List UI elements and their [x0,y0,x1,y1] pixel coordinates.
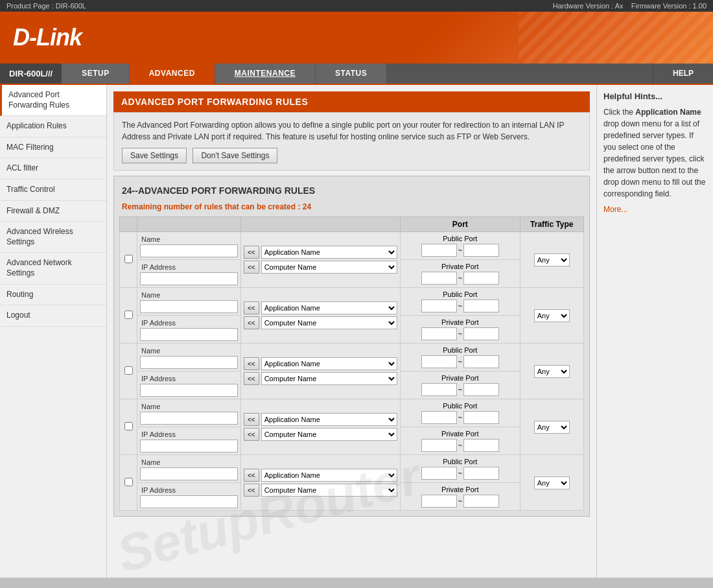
rule-0-public-port-end[interactable] [463,244,499,257]
tab-setup[interactable]: SETUP [62,64,130,84]
rule-2-private-port-end[interactable] [463,383,499,396]
rule-2-name-cell: Name [137,344,241,371]
sidebar-item-mac-filtering[interactable]: MAC Filtering [0,137,106,159]
tab-advanced[interactable]: ADVANCED [130,64,215,84]
ip-label: IP Address [140,373,238,384]
tab-help[interactable]: HELP [653,64,713,84]
help-title: Helpful Hints... [603,91,707,101]
rule-3-app-arrow[interactable]: << [244,413,259,426]
rule-2-computer-arrow[interactable]: << [244,372,259,385]
dlink-logo: D-Link [13,24,82,51]
rule-1-computer-select[interactable]: Computer Name [261,316,397,329]
rule-3-app-select[interactable]: Application Name [261,413,397,426]
rule-2-name-input[interactable] [140,356,238,369]
sidebar-item-acl-filter[interactable]: ACL filter [0,158,106,180]
rule-1-app-select[interactable]: Application Name [261,301,397,314]
rule-0-traffic-cell: Any [520,232,583,288]
rule-1-public-port-start[interactable] [421,300,457,312]
rule-3-checkbox[interactable] [124,422,133,430]
rule-2-private-port-start[interactable] [421,383,457,396]
tab-status[interactable]: STATUS [316,64,387,84]
rule-0-private-port-start[interactable] [421,272,457,285]
rule-0-traffic-select[interactable]: Any [534,253,570,266]
sidebar-item-traffic-control[interactable]: Traffic Control [0,180,106,201]
rule-4-private-port-cell: Private Port ~ [401,483,520,511]
rule-0-name-input[interactable] [140,244,238,257]
rule-0-computer-select[interactable]: Computer Name [261,261,397,274]
sidebar-item-application-rules[interactable]: Application Rules [0,116,106,137]
sidebar-item-advanced-wireless[interactable]: Advanced Wireless Settings [0,222,106,253]
sidebar: Advanced Port Forwarding Rules Applicati… [0,85,107,578]
rule-0-public-port-start[interactable] [421,244,457,257]
ip-label: IP Address [140,429,238,440]
sidebar-item-port-forwarding[interactable]: Advanced Port Forwarding Rules [0,85,106,116]
rule-3-private-port-end[interactable] [463,439,499,452]
rule-1-private-port-end[interactable] [463,327,499,340]
rule-4-ip-input[interactable] [140,495,238,508]
rule-4-app-select[interactable]: Application Name [261,469,397,482]
rule-0-app-cell: << Application Name << Computer Name [240,232,400,288]
rule-0-private-port-end[interactable] [463,272,499,285]
rule-4-traffic-select[interactable]: Any [534,476,570,489]
rule-2-app-arrow[interactable]: << [244,357,259,370]
rules-section: 24--ADVANCED PORT FORWARDING RULES Remai… [113,176,590,517]
rule-2-public-port-start[interactable] [421,355,457,368]
rule-3-traffic-select[interactable]: Any [534,421,570,434]
rule-4-private-port-end[interactable] [463,495,499,508]
rule-2-checkbox[interactable] [124,366,133,375]
rule-0-app-arrow[interactable]: << [244,246,259,259]
rule-1-app-arrow[interactable]: << [244,301,259,314]
rule-4-name-input[interactable] [140,467,238,480]
name-label: Name [140,346,238,356]
rule-0-app-select[interactable]: Application Name [261,246,397,259]
remaining-count: 24 [303,202,311,211]
rule-0-checkbox[interactable] [124,255,133,263]
tab-maintenance[interactable]: MAINTENANCE [215,64,316,84]
rule-1-checkbox[interactable] [124,311,133,319]
rule-3-private-port-start[interactable] [421,439,457,452]
rule-4-computer-arrow[interactable]: << [244,484,259,497]
rule-3-computer-select[interactable]: Computer Name [261,428,397,441]
rule-2-computer-select[interactable]: Computer Name [261,372,397,385]
rule-4-checkbox[interactable] [124,478,133,486]
rule-4-public-port-start[interactable] [421,467,457,480]
sidebar-item-logout[interactable]: Logout [0,305,106,327]
tilde-0-pub: ~ [458,246,462,254]
save-settings-button[interactable]: Save Settings [122,148,187,163]
rule-3-ip-input[interactable] [140,440,238,453]
rule-3-public-port-cell: Public Port ~ [401,399,520,427]
sidebar-item-firewall-dmz[interactable]: Firewall & DMZ [0,201,106,222]
sidebar-item-advanced-network[interactable]: Advanced Network Settings [0,253,106,284]
rule-1-traffic-select[interactable]: Any [534,309,570,322]
dont-save-settings-button[interactable]: Don't Save Settings [193,148,277,163]
rule-2-ip-input[interactable] [140,384,238,397]
tilde-3-pub: ~ [458,414,462,421]
rules-title: 24--ADVANCED PORT FORWARDING RULES [119,182,584,200]
rule-2-traffic-select[interactable]: Any [534,365,570,378]
rule-1-name-input[interactable] [140,300,238,313]
rule-4-public-port-end[interactable] [463,467,499,480]
sidebar-item-routing[interactable]: Routing [0,285,106,306]
rule-3-computer-arrow[interactable]: << [244,428,259,441]
rule-4-app-arrow[interactable]: << [244,469,259,482]
rule-0-computer-arrow[interactable]: << [244,261,259,274]
description-box: The Advanced Port Forwarding option allo… [113,112,590,171]
rule-0-ip-input[interactable] [140,272,238,285]
rule-3-public-port-start[interactable] [421,411,457,424]
rule-2-traffic-cell: Any [520,344,583,399]
rule-1-computer-arrow[interactable]: << [244,316,259,329]
help-more-link[interactable]: More... [603,205,707,214]
rule-4-computer-select[interactable]: Computer Name [261,484,397,497]
rule-1-public-port-end[interactable] [463,300,499,312]
rule-1-private-port-start[interactable] [421,327,457,340]
rule-2-app-select[interactable]: Application Name [261,357,397,370]
rule-3-name-input[interactable] [140,412,238,425]
rule-4-private-port-start[interactable] [421,495,457,508]
rule-1-ip-input[interactable] [140,328,238,341]
table-row: Name << Application Name << Computer Nam… [120,344,584,371]
rule-checkbox-4 [120,455,137,511]
rule-3-public-port-end[interactable] [463,411,499,424]
ip-label: IP Address [140,318,238,328]
rule-2-public-port-end[interactable] [463,355,499,368]
name-label: Name [140,234,238,244]
